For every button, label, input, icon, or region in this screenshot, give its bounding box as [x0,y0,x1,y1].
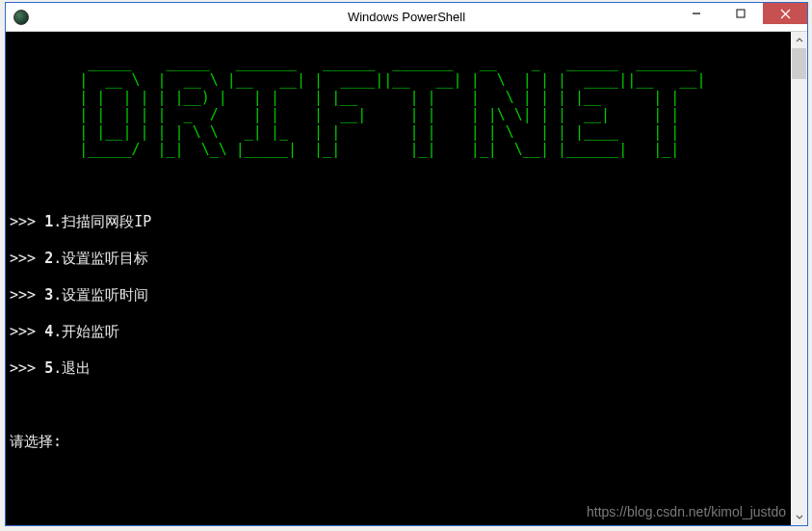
terminal-area: _____ _____ _______ ______ _______ __ _ … [6,32,807,525]
menu-item-4: >>> 4.开始监听 [10,323,791,341]
scroll-thumb[interactable] [792,48,806,79]
close-button[interactable] [763,3,807,24]
vertical-scrollbar[interactable] [791,32,807,525]
chevron-up-icon [796,38,803,42]
maximize-button[interactable] [719,3,763,24]
chevron-down-icon [796,515,803,519]
maximize-icon [736,9,746,18]
minimize-button[interactable] [674,3,719,24]
app-icon [13,10,29,25]
scroll-track[interactable] [791,48,807,509]
terminal-output[interactable]: _____ _____ _______ ______ _______ __ _ … [6,32,791,525]
window-controls [674,3,807,31]
scroll-down-button[interactable] [791,509,807,525]
titlebar[interactable]: Windows PowerShell [6,3,807,32]
ascii-banner: _____ _____ _______ ______ _______ __ _ … [10,54,791,158]
menu-item-1: >>> 1.扫描同网段IP [10,213,791,231]
close-icon [780,9,791,19]
minimize-icon [692,9,701,18]
menu-item-3: >>> 3.设置监听时间 [10,286,791,305]
menu-item-2: >>> 2.设置监听目标 [10,250,791,268]
powershell-window: Windows PowerShell _____ _____ _______ _… [5,2,808,526]
prompt-line: 请选择: [10,433,791,451]
scroll-up-button[interactable] [791,32,807,48]
menu-item-5: >>> 5.退出 [10,359,791,378]
svg-rect-1 [737,10,745,17]
